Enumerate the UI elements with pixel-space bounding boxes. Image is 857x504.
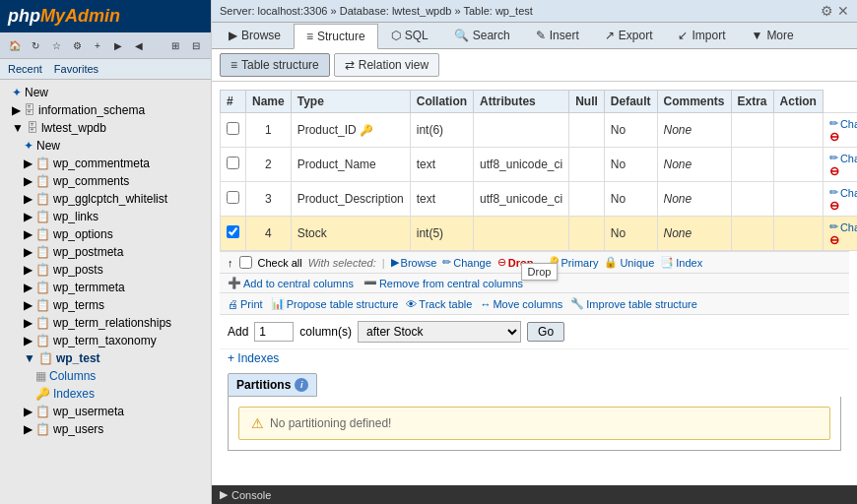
after-column-select[interactable]: after Stockbefore Product_IDafter Produc… [358,321,521,343]
propose-structure-link[interactable]: 📊 Propose table structure [271,297,399,310]
sidebar-item-new[interactable]: ✦ New [0,84,211,101]
remove-central-icon: ➖ [363,277,377,289]
index-action-link[interactable]: 📑 Index [660,256,702,269]
row-checkbox-3[interactable] [227,225,239,238]
row-default-3: None [657,217,731,251]
row-checkbox-1[interactable] [227,157,239,169]
nav-tab-sql[interactable]: ⬡SQL [378,23,441,48]
partitions-content: ⚠ No partitioning defined! [228,397,841,451]
nav-tab-search[interactable]: 🔍Search [441,23,523,48]
sidebar-item-wp-commentmeta[interactable]: ▶ 📋 wp_commentmeta [0,155,211,172]
recent-link[interactable]: Recent [8,63,42,75]
remove-central-link[interactable]: ➖ Remove from central columns [363,277,523,289]
refresh-icon[interactable]: ↻ [27,36,44,54]
sidebar-item-wp-termmeta[interactable]: ▶ 📋 wp_termmeta [0,279,211,296]
delete-row-btn-3[interactable]: ⊖ [829,233,839,247]
row-action-3: ✏ Change ⊖ [823,217,857,251]
partitions-header[interactable]: Partitions i [228,373,317,397]
row-extra-3 [773,217,823,251]
console-bar[interactable]: ▶ Console [212,485,857,504]
partitions-info-icon[interactable]: i [295,378,308,392]
arrow-icon[interactable]: ▶ [109,36,127,54]
sub-tab-relation-view[interactable]: ⇄Relation view [334,53,439,77]
server-link[interactable]: Server: localhost:3306 [220,5,327,17]
sidebar-item-wp-test[interactable]: ▼ 📋 wp_test [0,349,211,367]
print-link[interactable]: 🖨 Print [228,298,263,310]
sidebar-item-columns[interactable]: ▦ Columns [0,367,211,385]
close-icon[interactable]: ✕ [837,3,849,19]
row-checkbox-0[interactable] [227,122,239,135]
table-row: 3Product_Descriptiontextutf8_unicode_ciN… [221,182,858,217]
row-action-0: ✏ Change ⊖ [823,113,857,148]
sidebar-item-indexes[interactable]: 🔑 Indexes [0,385,211,403]
home-icon[interactable]: 🏠 [6,36,24,54]
delete-row-btn-0[interactable]: ⊖ [829,130,839,144]
move-columns-link[interactable]: ↔ Move columns [480,298,562,310]
check-all-checkbox[interactable] [239,256,252,269]
sidebar-item-wp-term-relationships[interactable]: ▶ 📋 wp_term_relationships [0,314,211,332]
plus-icon[interactable]: + [89,36,106,54]
nav-tab-import[interactable]: ↙Import [665,23,738,48]
sidebar-item-wp-usermeta[interactable]: ▶ 📋 wp_usermeta [0,403,211,420]
sidebar-item-new[interactable]: ✦ New [0,137,211,155]
change-row-link-3[interactable]: ✏ Change [829,220,857,233]
sidebar-item-wp-options[interactable]: ▶ 📋 wp_options [0,225,211,243]
arrow2-icon[interactable]: ◀ [130,36,148,54]
change-row-link-0[interactable]: ✏ Change [829,117,857,130]
add-columns-input[interactable] [254,322,294,342]
expand-icon[interactable]: ⊞ [166,36,184,54]
key-icon: 🔑 [360,124,373,136]
favorites-link[interactable]: Favorites [54,63,99,75]
collapse-icon[interactable]: ⊟ [187,36,205,54]
track-table-link[interactable]: 👁 Track table [406,298,472,310]
row-attributes-2 [569,182,605,217]
edit-icon: ✏ [829,117,838,130]
go-button[interactable]: Go [527,322,564,342]
add-column-bar: Add column(s) after Stockbefore Product_… [220,315,849,349]
unique-action-link[interactable]: 🔒 Unique [604,256,654,269]
nav-tab-insert[interactable]: ✎Insert [523,23,592,48]
change-row-link-1[interactable]: ✏ Change [829,152,857,164]
sidebar-item-wp-comments[interactable]: ▶ 📋 wp_comments [0,172,211,190]
sidebar-item-wp-terms[interactable]: ▶ 📋 wp_terms [0,296,211,314]
row-num-3: 4 [246,217,292,251]
row-checkbox-2[interactable] [227,191,239,204]
nav-tab-browse[interactable]: ▶Browse [216,23,294,48]
sidebar-item-wp-posts[interactable]: ▶ 📋 wp_posts [0,261,211,279]
col-header-collation: Collation [410,91,473,113]
table-link[interactable]: Table: wp_test [463,5,532,17]
check-all-label[interactable]: Check all [258,257,302,269]
sidebar-item-wp-term-taxonomy[interactable]: ▶ 📋 wp_term_taxonomy [0,332,211,349]
browse-action-link[interactable]: ▶ Browse [391,256,437,269]
sidebar-item-wp-links[interactable]: ▶ 📋 wp_links [0,208,211,225]
database-link[interactable]: Database: lwtest_wpdb [340,5,452,17]
delete-row-btn-1[interactable]: ⊖ [829,164,839,178]
recent-favorites-bar: Recent Favorites [0,59,211,80]
sidebar-item-wp-users[interactable]: ▶ 📋 wp_users [0,420,211,438]
star-icon[interactable]: ☆ [47,36,65,54]
nav-tab-more[interactable]: ▼More [738,23,806,48]
change-row-link-2[interactable]: ✏ Change [829,186,857,199]
settings-icon[interactable]: ⚙ [68,36,86,54]
nav-tab-structure[interactable]: ≡Structure [294,24,378,49]
row-default-1: None [657,148,731,182]
topbar: Server: localhost:3306 » Database: lwtes… [212,0,857,23]
nav-tab-export[interactable]: ↗Export [592,23,666,48]
sidebar-item-wp-postmeta[interactable]: ▶ 📋 wp_postmeta [0,243,211,261]
change-action-link[interactable]: ✏ Change [442,256,492,269]
sub-tab-table-structure[interactable]: ≡Table structure [220,53,330,77]
sidebar-item-lwtest-wpdb[interactable]: ▼ 🗄 lwtest_wpdb [0,119,211,137]
add-central-link[interactable]: ➕ Add to central columns [228,277,354,289]
add-label: Add [228,325,248,339]
gear-icon[interactable]: ⚙ [821,3,833,19]
sidebar-item-information-schema[interactable]: ▶ 🗄 information_schema [0,101,211,119]
sidebar-item-wp-gglcptch-whitelist[interactable]: ▶ 📋 wp_gglcptch_whitelist [0,190,211,208]
improve-structure-link[interactable]: 🔧 Improve table structure [570,297,697,310]
row-null-3: No [604,217,657,251]
indexes-link[interactable]: + Indexes [220,349,849,367]
col-header-type: Type [291,91,410,113]
up-arrow-icon: ↑ [228,257,233,269]
tools-bar: 🖨 Print 📊 Propose table structure 👁 Trac… [220,293,849,315]
col-header-attributes: Attributes [474,91,569,113]
delete-row-btn-2[interactable]: ⊖ [829,199,839,213]
